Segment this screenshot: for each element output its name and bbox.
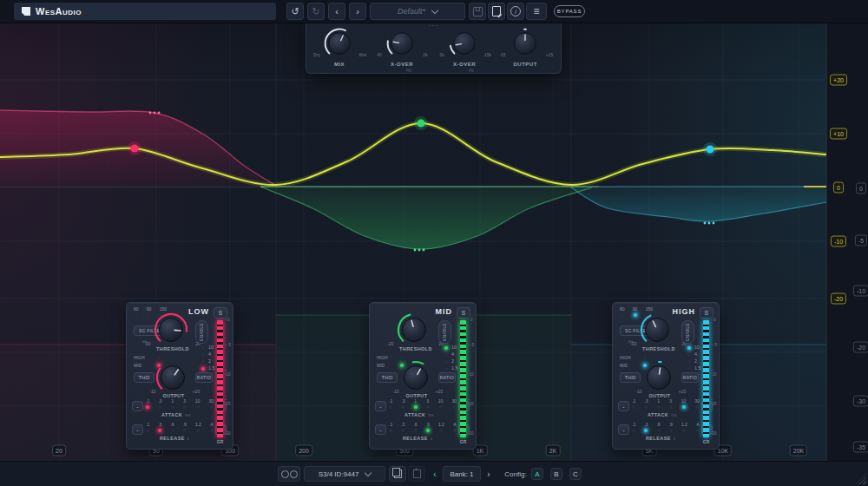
- led-option[interactable]: 1.5: [444, 366, 458, 371]
- threshold-knob[interactable]: [152, 311, 190, 349]
- prev-preset-button[interactable]: ‹: [328, 3, 345, 20]
- led-option[interactable]: .3: [401, 423, 404, 432]
- led-option[interactable]: .3: [644, 423, 648, 432]
- led-option[interactable]: 1.2: [681, 423, 687, 432]
- led-option[interactable]: 10: [681, 399, 687, 409]
- output-knob[interactable]: [154, 358, 192, 397]
- band-drag-handle-dot[interactable]: [713, 222, 715, 225]
- led-option[interactable]: 3: [426, 399, 430, 409]
- led-option[interactable]: .3: [158, 399, 161, 409]
- led-option[interactable]: 30: [694, 399, 700, 409]
- ratio-button[interactable]: RATIO: [438, 372, 456, 383]
- copy-settings-button[interactable]: [389, 466, 406, 482]
- ratio-leds[interactable]: 10421.5: [444, 345, 458, 371]
- led-option[interactable]: A: [696, 423, 700, 432]
- ratio-leds[interactable]: 10421.5: [201, 345, 215, 371]
- thd-button[interactable]: THD: [134, 372, 155, 383]
- save-preset-button[interactable]: [469, 3, 486, 20]
- band-drag-handle-dot[interactable]: [704, 222, 707, 225]
- led-option[interactable]: .1: [146, 399, 149, 409]
- enable-button[interactable]: ENABLE: [681, 320, 694, 344]
- band-drag-handle-dot[interactable]: [418, 249, 421, 252]
- ratio-leds[interactable]: 10421.5: [687, 345, 701, 371]
- enable-button[interactable]: ENABLE: [438, 320, 451, 344]
- led-option[interactable]: .6: [656, 423, 660, 432]
- led-option[interactable]: 4: [687, 352, 701, 357]
- led-option[interactable]: .1: [632, 399, 635, 409]
- led-option[interactable]: .1: [389, 399, 392, 409]
- band-drag-handle-dot[interactable]: [158, 112, 161, 115]
- band-drag-handle-dot[interactable]: [154, 112, 156, 115]
- release-decrease-button[interactable]: -: [618, 424, 629, 435]
- mix-knob[interactable]: [322, 26, 357, 61]
- config-b-button[interactable]: B: [550, 468, 562, 480]
- redo-button[interactable]: ↻: [307, 3, 325, 20]
- release-leds[interactable]: .1.3.6.91.2A: [146, 423, 214, 432]
- release-decrease-button[interactable]: -: [375, 424, 386, 435]
- drag-handle[interactable]: ···: [429, 23, 439, 29]
- menu-button[interactable]: ≡: [526, 3, 547, 20]
- enable-button[interactable]: ENABLE: [195, 320, 208, 344]
- next-preset-button[interactable]: ›: [349, 3, 366, 20]
- channel-link-button[interactable]: [278, 466, 300, 482]
- release-leds[interactable]: .1.3.6.91.2A: [632, 423, 700, 432]
- led-option[interactable]: .1: [632, 423, 635, 432]
- output-knob[interactable]: [508, 26, 542, 61]
- led-option[interactable]: .3: [401, 399, 404, 409]
- led-option[interactable]: 3: [669, 399, 673, 409]
- led-option[interactable]: 4: [201, 352, 215, 357]
- led-option[interactable]: 90: [633, 307, 638, 317]
- device-select[interactable]: S3/4 ID:9447: [304, 466, 385, 482]
- paste-settings-button[interactable]: [408, 466, 425, 482]
- release-decrease-button[interactable]: -: [132, 424, 143, 435]
- bank-prev-button[interactable]: ‹: [429, 466, 441, 482]
- export-preset-button[interactable]: [488, 3, 505, 20]
- led-option[interactable]: A: [453, 423, 457, 432]
- led-option[interactable]: 1.2: [195, 423, 201, 432]
- led-option[interactable]: 90: [147, 307, 152, 317]
- attack-decrease-button[interactable]: -: [618, 401, 629, 411]
- ratio-button[interactable]: RATIO: [195, 372, 213, 383]
- bank-next-button[interactable]: ›: [483, 466, 495, 482]
- thd-button[interactable]: THD: [377, 372, 398, 383]
- undo-button[interactable]: ↺: [286, 3, 304, 20]
- led-option[interactable]: 30: [451, 399, 457, 409]
- led-option[interactable]: 1: [657, 399, 661, 409]
- led-option[interactable]: 10: [195, 399, 201, 409]
- band-gain-handle[interactable]: [418, 120, 425, 128]
- release-leds[interactable]: .1.3.6.91.2A: [389, 423, 457, 432]
- led-option[interactable]: 10: [438, 399, 444, 409]
- band-gain-handle[interactable]: [707, 146, 714, 154]
- led-option[interactable]: .6: [413, 423, 417, 432]
- led-option[interactable]: .9: [669, 423, 673, 432]
- xover-low-knob[interactable]: [385, 26, 419, 61]
- thd-button[interactable]: THD: [620, 372, 641, 383]
- ratio-button[interactable]: RATIO: [681, 372, 699, 383]
- led-option[interactable]: 60: [620, 307, 625, 317]
- led-option[interactable]: 1.2: [438, 423, 444, 432]
- attack-leds[interactable]: .1.3131030: [389, 399, 457, 409]
- led-option[interactable]: 1: [414, 399, 418, 409]
- band-drag-handle-dot[interactable]: [423, 249, 425, 252]
- threshold-knob[interactable]: [638, 311, 676, 349]
- led-option[interactable]: 1.5: [687, 366, 701, 371]
- led-option[interactable]: .9: [426, 423, 430, 432]
- info-button[interactable]: i: [507, 3, 524, 20]
- led-option[interactable]: .3: [158, 423, 161, 432]
- led-option[interactable]: 3: [183, 399, 187, 409]
- config-a-button[interactable]: A: [531, 468, 543, 480]
- attack-leds[interactable]: .1.3131030: [146, 399, 214, 409]
- xover-high-knob[interactable]: [447, 26, 482, 61]
- led-option[interactable]: .1: [389, 423, 392, 432]
- attack-decrease-button[interactable]: -: [132, 401, 143, 411]
- band-drag-handle-dot[interactable]: [414, 249, 417, 252]
- led-option[interactable]: .6: [170, 423, 174, 432]
- output-knob[interactable]: [640, 358, 678, 397]
- bypass-button[interactable]: BYPASS: [554, 5, 585, 17]
- threshold-knob[interactable]: [395, 311, 433, 349]
- led-option[interactable]: A: [210, 423, 214, 432]
- led-option[interactable]: 10: [444, 345, 458, 350]
- led-option[interactable]: .9: [183, 423, 187, 432]
- led-option[interactable]: 4: [444, 352, 458, 357]
- led-option[interactable]: .1: [146, 423, 149, 432]
